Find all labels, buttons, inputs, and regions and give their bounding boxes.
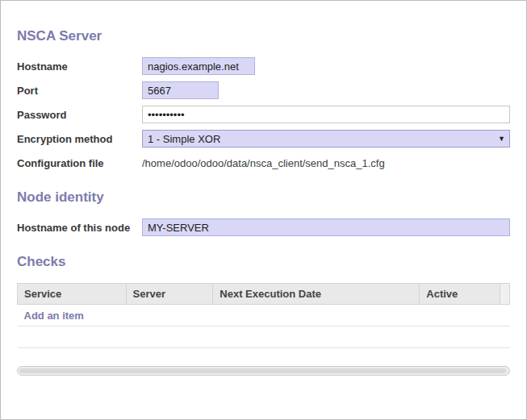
encryption-method-select[interactable]: 1 - Simple XOR: [142, 130, 510, 148]
table-header-spacer: [500, 284, 510, 305]
field-row-config-file: Configuration file /home/odoo/odoo/data/…: [17, 154, 510, 172]
checks-table: Service Server Next Execution Date Activ…: [17, 283, 510, 348]
port-label: Port: [17, 85, 142, 97]
section-title-checks: Checks: [17, 254, 510, 270]
add-an-item-link[interactable]: Add an item: [24, 310, 84, 322]
section-title-node-identity: Node identity: [17, 189, 510, 206]
column-header-server[interactable]: Server: [126, 284, 213, 305]
field-row-encryption: Encryption method 1 - Simple XOR ▼: [17, 130, 510, 148]
configuration-file-label: Configuration file: [17, 157, 142, 169]
password-input[interactable]: [142, 106, 510, 123]
column-header-next-execution-date[interactable]: Next Execution Date: [213, 284, 420, 305]
add-item-row: Add an item: [18, 305, 510, 326]
port-input[interactable]: [142, 81, 219, 99]
form-content: NSCA Server Hostname Port Password Encry…: [1, 1, 526, 376]
password-label: Password: [17, 109, 142, 121]
configuration-file-value: /home/odoo/odoo/data/nsca_client/send_ns…: [142, 157, 385, 169]
horizontal-scrollbar[interactable]: [17, 366, 510, 376]
node-hostname-input[interactable]: [142, 218, 510, 236]
nsca-settings-form: NSCA Server Hostname Port Password Encry…: [0, 0, 527, 420]
column-header-active[interactable]: Active: [420, 284, 500, 305]
hostname-label: Hostname: [17, 60, 142, 73]
node-hostname-label: Hostname of this node: [17, 222, 142, 234]
section-title-nsca-server: NSCA Server: [17, 28, 510, 44]
empty-table-row: [18, 326, 510, 348]
add-item-cell: Add an item: [18, 305, 510, 326]
field-row-node-hostname: Hostname of this node: [17, 218, 510, 236]
checks-table-header-row: Service Server Next Execution Date Activ…: [18, 284, 510, 305]
column-header-service[interactable]: Service: [18, 284, 127, 305]
field-row-password: Password: [17, 106, 510, 123]
hostname-input[interactable]: [142, 57, 255, 75]
field-row-hostname: Hostname: [17, 57, 510, 75]
encryption-method-label: Encryption method: [17, 133, 142, 145]
empty-cell: [18, 326, 510, 348]
field-row-port: Port: [17, 81, 510, 99]
encryption-method-select-wrap: 1 - Simple XOR ▼: [142, 130, 510, 148]
horizontal-scrollbar-thumb[interactable]: [19, 368, 506, 373]
